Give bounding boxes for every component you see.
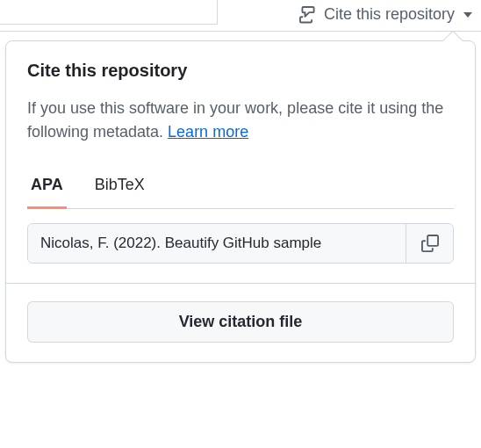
cite-repository-trigger[interactable]: Cite this repository bbox=[299, 5, 472, 24]
citation-format-tabs: APA BibTeX bbox=[27, 167, 454, 209]
copy-icon bbox=[421, 235, 439, 252]
popover-body: Cite this repository If you use this sof… bbox=[6, 41, 475, 283]
cite-popover: Cite this repository If you use this sof… bbox=[5, 40, 476, 363]
popover-title: Cite this repository bbox=[27, 61, 454, 81]
view-citation-file-button[interactable]: View citation file bbox=[27, 301, 454, 343]
copy-citation-button[interactable] bbox=[406, 224, 453, 263]
tab-bibtex[interactable]: BibTeX bbox=[91, 167, 148, 209]
caret-down-icon bbox=[463, 12, 472, 18]
cite-trigger-label: Cite this repository bbox=[324, 5, 455, 24]
citation-box: Nicolas, F. (2022). Beautify GitHub samp… bbox=[27, 223, 454, 264]
citation-text[interactable]: Nicolas, F. (2022). Beautify GitHub samp… bbox=[28, 224, 406, 263]
popover-description: If you use this software in your work, p… bbox=[27, 97, 454, 144]
top-bar: Cite this repository bbox=[0, 0, 481, 32]
cross-reference-icon bbox=[299, 6, 317, 24]
learn-more-link[interactable]: Learn more bbox=[168, 123, 248, 141]
popover-footer: View citation file bbox=[6, 283, 475, 362]
top-bar-divider bbox=[0, 0, 218, 25]
tab-apa[interactable]: APA bbox=[27, 167, 67, 209]
